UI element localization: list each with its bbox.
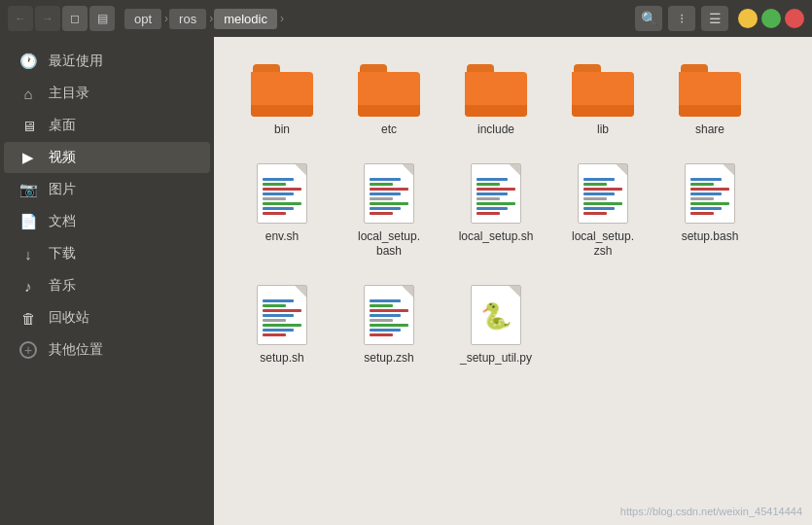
file-label-include: include: [477, 122, 514, 138]
docs-icon: 📄: [19, 213, 37, 230]
file-item-local-setup-bash[interactable]: local_setup.bash: [340, 156, 438, 267]
file-label-setup-util-py: _setup_util.py: [460, 351, 532, 367]
breadcrumb-ros[interactable]: ros: [169, 9, 206, 29]
sidebar-label-home: 主目录: [49, 85, 89, 102]
minimize-button[interactable]: [738, 9, 758, 28]
sidebar-item-photos[interactable]: 📷 图片: [4, 174, 210, 205]
file-label-env-sh: env.sh: [265, 229, 299, 245]
desktop-icon: 🖥: [19, 117, 37, 134]
sidebar-item-docs[interactable]: 📄 文档: [4, 206, 210, 237]
file-label-local-setup-sh: local_setup.sh: [459, 229, 534, 245]
breadcrumb-melodic[interactable]: melodic: [214, 9, 277, 29]
downloads-icon: ↓: [19, 245, 37, 262]
folder-icon-share: [679, 64, 741, 117]
folder-icon-etc: [358, 64, 420, 117]
back-button[interactable]: ←: [8, 6, 33, 31]
file-label-setup-bash: setup.bash: [682, 229, 739, 245]
sidebar-item-music[interactable]: ♪ 音乐: [4, 270, 210, 301]
file-item-env-sh[interactable]: env.sh: [233, 156, 331, 267]
file-area: bin etc include: [214, 37, 812, 525]
titlebar-actions: 🔍 ⁝ ☰: [635, 6, 728, 31]
sidebar-item-videos[interactable]: ▶ 视频: [4, 142, 210, 173]
script-icon-local-setup-zsh: [578, 163, 628, 224]
file-item-lib[interactable]: lib: [554, 56, 652, 146]
folder-icon-lib: [572, 64, 634, 117]
file-item-bin[interactable]: bin: [233, 56, 331, 146]
file-item-setup-sh[interactable]: setup.sh: [233, 277, 331, 374]
python-icon-setup-util: 🐍: [471, 285, 521, 345]
sidebar-item-recent[interactable]: 🕐 最近使用: [4, 46, 210, 77]
forward-button[interactable]: →: [35, 6, 60, 31]
window-controls: [738, 9, 804, 28]
photos-icon: 📷: [19, 181, 37, 198]
file-label-setup-zsh: setup.zsh: [364, 351, 413, 367]
home-icon: ⌂: [19, 85, 37, 102]
file-item-setup-bash[interactable]: setup.bash: [661, 156, 759, 267]
sidebar-label-downloads: 下载: [49, 245, 76, 262]
sidebar-item-trash[interactable]: 🗑 回收站: [4, 302, 210, 333]
breadcrumb: opt › ros › melodic ›: [124, 9, 285, 29]
file-label-local-setup-zsh: local_setup.zsh: [572, 229, 634, 260]
script-icon-local-setup-sh: [471, 163, 521, 224]
file-label-local-setup-bash: local_setup.bash: [358, 229, 420, 260]
file-label-setup-sh: setup.sh: [260, 351, 303, 367]
file-item-local-setup-zsh[interactable]: local_setup.zsh: [554, 156, 652, 267]
titlebar: ← → ◻ ▤ opt › ros › melodic › 🔍 ⁝ ☰: [0, 0, 812, 37]
sidebar-label-photos: 图片: [49, 181, 76, 198]
nav-buttons: ← → ◻ ▤: [8, 6, 115, 31]
history-button[interactable]: ◻: [62, 6, 88, 31]
sidebar-item-downloads[interactable]: ↓ 下载: [4, 238, 210, 269]
main-container: 🕐 最近使用 ⌂ 主目录 🖥 桌面 ▶ 视频 📷 图片 📄 文档 ↓ 下载 ♪: [0, 37, 812, 525]
python-logo-icon: 🐍: [480, 301, 512, 332]
sidebar-label-music: 音乐: [49, 277, 76, 295]
file-item-include[interactable]: include: [447, 56, 545, 146]
breadcrumb-opt[interactable]: opt: [124, 9, 161, 29]
script-icon-setup-bash: [685, 163, 735, 224]
script-icon-local-setup-bash: [364, 163, 414, 224]
search-button[interactable]: 🔍: [635, 6, 662, 31]
watermark: https://blog.csdn.net/weixin_45414444: [620, 506, 802, 517]
folder-icon-include: [465, 64, 527, 117]
file-label-share: share: [695, 122, 724, 138]
maximize-button[interactable]: [761, 9, 781, 28]
breadcrumb-sep-1: ›: [164, 12, 168, 25]
sidebar: 🕐 最近使用 ⌂ 主目录 🖥 桌面 ▶ 视频 📷 图片 📄 文档 ↓ 下载 ♪: [0, 37, 214, 525]
sidebar-item-home[interactable]: ⌂ 主目录: [4, 78, 210, 109]
close-button[interactable]: [785, 9, 804, 28]
file-label-lib: lib: [597, 122, 609, 138]
sidebar-item-other[interactable]: + 其他位置: [4, 334, 210, 366]
file-label-bin: bin: [274, 122, 290, 138]
folder-icon-bin: [251, 64, 313, 117]
file-item-setup-util-py[interactable]: 🐍 _setup_util.py: [447, 277, 545, 374]
file-grid: bin etc include: [233, 56, 793, 373]
view-button[interactable]: ⁝: [668, 6, 695, 31]
sidebar-label-docs: 文档: [49, 213, 76, 230]
breadcrumb-sep-3: ›: [280, 12, 284, 25]
sidebar-label-videos: 视频: [49, 149, 76, 166]
sidebar-label-other: 其他位置: [49, 341, 103, 359]
trash-icon: 🗑: [19, 309, 37, 327]
videos-icon: ▶: [19, 149, 37, 166]
file-item-setup-zsh[interactable]: setup.zsh: [340, 277, 438, 374]
menu-button[interactable]: ☰: [701, 6, 728, 31]
recent-icon: 🕐: [19, 52, 37, 70]
script-icon-setup-sh: [257, 285, 307, 345]
file-label-etc: etc: [381, 122, 397, 138]
sidebar-label-desktop: 桌面: [49, 117, 76, 134]
breadcrumb-sep-2: ›: [209, 12, 213, 25]
sidebar-label-recent: 最近使用: [49, 52, 103, 70]
sidebar-item-desktop[interactable]: 🖥 桌面: [4, 110, 210, 141]
script-icon-env-sh: [257, 163, 307, 224]
file-item-etc[interactable]: etc: [340, 56, 438, 146]
bookmark-button[interactable]: ▤: [89, 6, 115, 31]
add-icon: +: [19, 341, 37, 359]
file-item-share[interactable]: share: [661, 56, 759, 146]
file-item-local-setup-sh[interactable]: local_setup.sh: [447, 156, 545, 267]
sidebar-label-trash: 回收站: [49, 309, 89, 327]
script-icon-setup-zsh: [364, 285, 414, 345]
music-icon: ♪: [19, 277, 37, 295]
